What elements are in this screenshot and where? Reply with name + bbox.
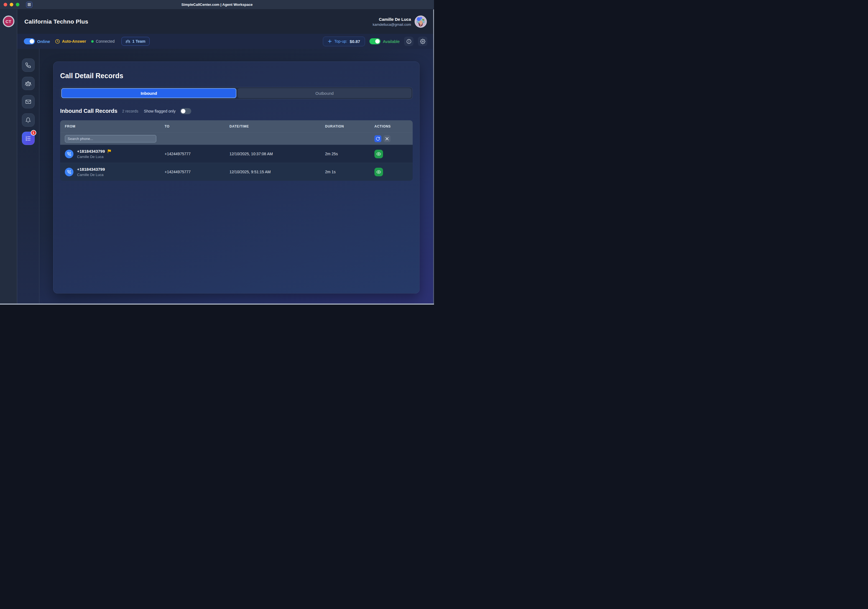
row-duration: 2m 1s	[325, 170, 374, 174]
app-header: California Techno Plus Camille De Luca k…	[17, 9, 434, 34]
nav-item-messages[interactable]	[22, 95, 35, 108]
available-label: Available	[383, 39, 400, 44]
workspace-rail: CT	[0, 9, 17, 304]
clear-search-button[interactable]	[384, 135, 391, 142]
nav-item-notifications[interactable]	[22, 113, 35, 127]
notification-badge: 1	[31, 130, 36, 136]
bell-icon	[25, 117, 31, 123]
people-icon	[25, 81, 31, 86]
window-titlebar: SimpleCallCenter.com | Agent Workspace	[0, 0, 434, 9]
flag-filter-toggle[interactable]	[180, 108, 191, 114]
status-bar: Online Auto-Answer Connected 1 Team	[17, 34, 434, 49]
workspace-avatar[interactable]: CT	[3, 15, 14, 27]
inbound-call-icon	[65, 168, 73, 176]
auto-answer-label: Auto-Answer	[62, 39, 86, 43]
column-duration: DURATION	[325, 124, 374, 129]
window-controls	[4, 3, 19, 6]
row-from-number: +18184343799	[77, 149, 105, 153]
online-label: Online	[37, 39, 50, 44]
hamburger-icon	[28, 3, 31, 6]
main-pane: Call Detail Records Inbound Outbound Inb…	[39, 49, 434, 304]
topup-button[interactable]: Top-up: $0.87	[323, 37, 365, 46]
team-button-label: 1 Team	[132, 39, 146, 43]
online-toggle[interactable]	[24, 38, 35, 44]
call-records-table: FROM TO DATE/TIME DURATION ACTIONS	[60, 120, 413, 181]
nav-item-contacts[interactable]	[22, 77, 35, 90]
row-to: +14244975777	[164, 170, 229, 174]
direction-tabs: Inbound Outbound	[60, 87, 413, 99]
view-details-button[interactable]	[374, 168, 383, 176]
call-records-card: Call Detail Records Inbound Outbound Inb…	[53, 62, 420, 294]
topup-label: Top-up:	[334, 39, 347, 43]
gear-icon	[420, 39, 425, 44]
table-header-row: FROM TO DATE/TIME DURATION ACTIONS	[60, 120, 413, 133]
eye-icon	[377, 170, 381, 174]
column-actions: ACTIONS	[374, 124, 413, 129]
table-body: +18184343799 Camille De Luca +1424497577…	[60, 145, 413, 181]
refresh-icon	[376, 137, 380, 141]
zoom-window-button[interactable]	[16, 3, 19, 6]
phone-icon	[25, 62, 31, 68]
table-row[interactable]: +18184343799 Camille De Luca +1424497577…	[60, 145, 413, 163]
clock-icon	[55, 39, 60, 44]
column-from: FROM	[60, 124, 164, 129]
user-email: kamdelluca@gmail.com	[373, 22, 411, 26]
window-bottom-edge	[0, 304, 434, 305]
mail-icon	[25, 99, 31, 104]
inbound-call-icon	[65, 150, 73, 158]
window-title: SimpleCallCenter.com | Agent Workspace	[0, 3, 434, 7]
app-menu-button[interactable]	[26, 2, 33, 8]
tab-outbound[interactable]: Outbound	[237, 88, 412, 98]
page-title: Call Detail Records	[60, 72, 413, 80]
plus-icon	[328, 39, 332, 43]
row-from-name: Camille De Luca	[77, 173, 105, 177]
section-title: Inbound Call Records	[60, 108, 118, 114]
team-icon	[126, 39, 130, 43]
table-filter-row	[60, 133, 413, 145]
table-row[interactable]: +18184343799 Camille De Luca +1424497577…	[60, 163, 413, 181]
nav-item-call-records[interactable]: 123 1	[22, 132, 35, 145]
company-name: California Techno Plus	[25, 18, 88, 25]
row-datetime: 12/10/2025, 9:51:15 AM	[229, 170, 325, 174]
row-duration: 2m 25s	[325, 152, 374, 156]
info-button[interactable]	[404, 37, 414, 46]
row-datetime: 12/10/2025, 10:37:08 AM	[229, 152, 325, 156]
settings-button[interactable]	[418, 37, 427, 46]
numbered-list-icon: 123	[25, 136, 31, 141]
svg-text:3: 3	[26, 139, 27, 141]
window-scrollbar[interactable]	[433, 9, 434, 304]
tab-inbound[interactable]: Inbound	[61, 88, 236, 98]
info-icon	[406, 39, 412, 44]
connected-label: Connected	[96, 39, 115, 43]
minimize-window-button[interactable]	[10, 3, 13, 6]
row-to: +14244975777	[164, 152, 229, 156]
available-toggle[interactable]	[369, 38, 381, 44]
column-to: TO	[164, 124, 229, 129]
user-name: Camille De Luca	[373, 17, 411, 22]
records-count: 2 records	[122, 109, 138, 113]
flag-icon	[107, 149, 111, 153]
close-window-button[interactable]	[4, 3, 7, 6]
user-avatar[interactable]	[415, 15, 427, 28]
row-from-number: +18184343799	[77, 167, 105, 172]
flag-filter-label: Show flagged only	[144, 109, 175, 113]
nav-item-calls[interactable]	[22, 59, 35, 72]
nav-sidebar: 123 1	[17, 49, 39, 304]
refresh-button[interactable]	[374, 135, 381, 142]
search-phone-input[interactable]	[65, 135, 156, 143]
view-details-button[interactable]	[374, 150, 383, 158]
column-datetime: DATE/TIME	[229, 124, 325, 129]
close-icon	[385, 137, 389, 141]
account-balance: $0.87	[350, 39, 360, 44]
row-from-name: Camille De Luca	[77, 155, 111, 159]
connected-dot	[91, 40, 94, 43]
eye-icon	[377, 152, 381, 157]
team-button[interactable]: 1 Team	[121, 37, 150, 46]
